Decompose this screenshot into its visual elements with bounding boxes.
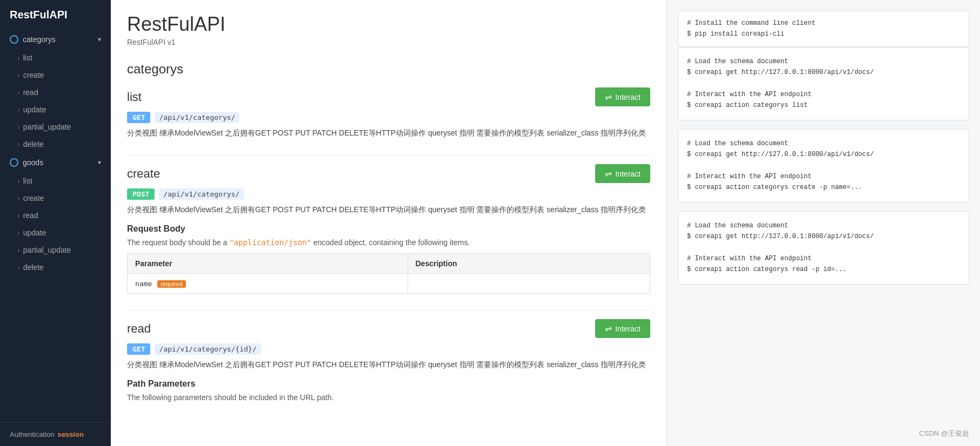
params-table: Parameter Description name required (127, 253, 650, 294)
chevron-down-icon-goods: ▾ (98, 159, 101, 166)
sidebar-footer: Authentication session (0, 422, 111, 446)
sidebar-title: RestFulAPI (0, 0, 111, 30)
read-method-badge: GET (127, 343, 150, 355)
endpoint-read-title: read (127, 322, 151, 336)
sidebar-group-categorys-label: categorys (23, 35, 56, 44)
sidebar-item-goods-update[interactable]: update (0, 224, 111, 241)
list-method-badge: GET (127, 112, 150, 123)
sidebar-item-categorys-delete[interactable]: delete (0, 136, 111, 153)
create-url: /api/v1/categorys/ (159, 188, 244, 200)
page-version: RestFulAPI v1 (127, 38, 650, 46)
sidebar: RestFulAPI categorys ▾ list create read … (0, 0, 111, 446)
path-params-desc: The following parameters should be inclu… (127, 393, 650, 402)
page-title: RestFulAPI (127, 13, 650, 36)
sidebar-group-goods-label: goods (23, 158, 43, 167)
sidebar-item-categorys-partial-update[interactable]: partial_update (0, 118, 111, 136)
center-panel: RestFulAPI RestFulAPI v1 categorys list … (111, 0, 666, 446)
chevron-down-icon: ▾ (98, 36, 101, 43)
sidebar-group-categorys[interactable]: categorys ▾ (0, 30, 111, 49)
csdn-watermark: CSDN @王俊超 (919, 429, 969, 438)
col-description: Description (408, 254, 650, 274)
content-type: "application/json" (229, 238, 311, 247)
categorys-icon (10, 35, 18, 44)
sidebar-item-goods-list[interactable]: list (0, 172, 111, 190)
path-params-title: Path Parameters (127, 379, 650, 389)
sidebar-item-categorys-read[interactable]: read (0, 84, 111, 101)
goods-icon (10, 158, 18, 167)
read-code-block: # Load the schema document $ coreapi get… (678, 211, 969, 285)
interact-create-button[interactable]: Interact (595, 164, 650, 183)
sidebar-item-goods-partial-update[interactable]: partial_update (0, 241, 111, 259)
endpoint-create-title: create (127, 167, 160, 181)
required-badge: required (157, 280, 185, 288)
create-code-block: # Load the schema document $ coreapi get… (678, 129, 969, 202)
endpoint-read: read Interact GET/api/v1/categorys/{id}/… (127, 319, 650, 402)
interact-create-icon (605, 168, 612, 179)
list-code-block: # Load the schema document $ coreapi get… (678, 47, 969, 120)
interact-list-button[interactable]: Interact (595, 87, 650, 106)
install-code-block: # Install the command line client $ pip … (678, 11, 969, 47)
endpoint-list-title: list (127, 90, 142, 104)
sidebar-item-goods-delete[interactable]: delete (0, 259, 111, 276)
param-name-cell: name required (128, 274, 408, 294)
main: RestFulAPI RestFulAPI v1 categorys list … (111, 0, 980, 446)
endpoint-list: list Interact GET/api/v1/categorys/ 分类视图… (127, 87, 650, 139)
table-row: name required (128, 274, 650, 294)
sidebar-item-categorys-update[interactable]: update (0, 101, 111, 118)
list-url: /api/v1/categorys/ (155, 112, 239, 123)
col-parameter: Parameter (128, 254, 408, 274)
request-body-title: Request Body (127, 224, 650, 234)
interact-list-icon (605, 92, 612, 102)
create-method-badge: POST (127, 188, 155, 200)
create-description: 分类视图 继承ModelViewSet 之后拥有GET POST PUT PAT… (127, 204, 650, 215)
interact-list-label: Interact (615, 93, 641, 102)
list-description: 分类视图 继承ModelViewSet 之后拥有GET POST PUT PAT… (127, 127, 650, 139)
request-body-desc: The request body should be a "applicatio… (127, 238, 650, 247)
section-categorys-title: categorys (127, 62, 650, 77)
interact-read-icon (605, 323, 612, 334)
interact-read-label: Interact (615, 325, 641, 333)
session-label: session (57, 430, 83, 438)
sidebar-item-categorys-create[interactable]: create (0, 66, 111, 84)
authentication-label: Authentication (10, 430, 54, 438)
param-description-cell (408, 274, 650, 294)
read-description: 分类视图 继承ModelViewSet 之后拥有GET POST PUT PAT… (127, 359, 650, 370)
right-panel: # Install the command line client $ pip … (666, 0, 980, 446)
sidebar-item-goods-create[interactable]: create (0, 190, 111, 207)
sidebar-group-goods[interactable]: goods ▾ (0, 153, 111, 172)
sidebar-item-categorys-list[interactable]: list (0, 49, 111, 66)
endpoint-create: create Interact POST/api/v1/categorys/ 分… (127, 164, 650, 294)
sidebar-item-goods-read[interactable]: read (0, 207, 111, 224)
param-name: name (135, 280, 152, 288)
interact-create-label: Interact (615, 170, 641, 178)
read-url: /api/v1/categorys/{id}/ (155, 343, 261, 355)
interact-read-button[interactable]: Interact (595, 319, 650, 338)
